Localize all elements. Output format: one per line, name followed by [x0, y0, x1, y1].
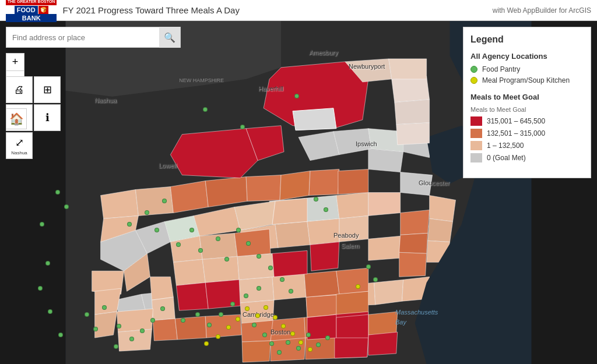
agency-dot-food-pantry — [230, 302, 235, 306]
app-header: THE GREATER BOSTON FOOD 🍞 BANK FY 2021 P… — [0, 0, 597, 21]
svg-marker-66 — [175, 316, 206, 340]
expand-button[interactable]: ⤢ Nashua — [6, 132, 33, 159]
agency-dot-food-pantry — [277, 350, 282, 355]
agency-dot-food-pantry — [289, 289, 293, 294]
logo: THE GREATER BOSTON FOOD 🍞 BANK — [6, 0, 57, 22]
home-button[interactable]: 🏠 — [6, 108, 27, 129]
svg-marker-90 — [392, 76, 430, 103]
svg-marker-62 — [269, 317, 305, 341]
agency-dot-meal-program — [308, 347, 312, 352]
zoom-in-button[interactable]: + — [6, 54, 24, 71]
svg-marker-54 — [280, 171, 310, 200]
agency-dot-meal-program — [264, 305, 268, 310]
agency-dot-food-pantry — [216, 236, 220, 241]
print-icon: 🖨 — [14, 84, 24, 96]
print-button[interactable]: 🖨 — [6, 76, 33, 103]
agency-dot-food-pantry — [246, 241, 251, 246]
agency-dot-meal-program — [204, 341, 209, 346]
legend-meals-section: Meals to Meet Goal Meals to Meet Goal 31… — [470, 93, 584, 162]
agency-dot-food-pantry — [325, 335, 330, 340]
svg-marker-9 — [368, 149, 403, 172]
agency-dot-food-pantry — [257, 254, 261, 259]
agency-dot-food-pantry — [150, 318, 155, 323]
svg-marker-82 — [310, 242, 339, 271]
agency-dot-meal-program — [298, 340, 303, 345]
food-pantry-dot — [470, 66, 477, 73]
svg-marker-34 — [135, 187, 173, 216]
svg-marker-56 — [338, 169, 368, 195]
meal-program-label: Meal Program/Soup Kitchen — [482, 76, 570, 84]
agency-dot-meal-program — [245, 306, 250, 311]
svg-marker-59 — [304, 271, 339, 297]
app-subtitle: with Web AppBuilder for ArcGIS — [493, 6, 591, 15]
svg-marker-40 — [95, 288, 121, 314]
agency-dot-food-pantry — [286, 340, 290, 345]
legend-meal-program: Meal Program/Soup Kitchen — [470, 76, 584, 84]
agency-dot-food-pantry — [85, 312, 89, 317]
agency-dot-food-pantry — [195, 312, 200, 317]
legend-title: Legend — [470, 34, 584, 45]
agency-dot-food-pantry — [296, 346, 301, 351]
svg-marker-10 — [401, 172, 433, 196]
agency-dot-food-pantry — [145, 210, 149, 215]
agency-dot-food-pantry — [219, 312, 223, 317]
info-button[interactable]: ℹ — [34, 104, 61, 131]
agency-dot-food-pantry — [316, 342, 321, 347]
agency-dot-food-pantry — [280, 277, 285, 282]
agency-dot-food-pantry — [48, 309, 52, 314]
agency-dot-food-pantry — [207, 323, 212, 327]
food-pantry-label: Food Pantry — [482, 65, 520, 73]
agency-dot-food-pantry — [102, 305, 107, 310]
agency-dot-food-pantry — [93, 327, 98, 331]
agency-dot-food-pantry — [198, 248, 203, 253]
agency-dot-food-pantry — [294, 94, 299, 98]
agency-dot-food-pantry — [154, 228, 159, 232]
page-title: FY 2021 Progress Toward Three Meals A Da… — [62, 5, 486, 15]
legend-range-1: 315,001 – 645,500 — [470, 116, 584, 126]
map-container[interactable]: NEW HAMPSHIRE Amesbury Newburyport Haver… — [0, 21, 597, 364]
agency-dot-food-pantry — [314, 197, 318, 202]
svg-marker-41 — [95, 312, 117, 338]
agency-dot-food-pantry — [306, 333, 311, 337]
svg-marker-57 — [234, 229, 271, 256]
agency-dot-food-pantry — [129, 337, 134, 341]
meal-program-dot — [470, 77, 477, 84]
legend-meals-heading: Meals to Meet Goal — [470, 93, 584, 101]
svg-marker-64 — [241, 320, 273, 342]
svg-marker-42 — [117, 309, 153, 332]
svg-marker-26 — [173, 259, 205, 285]
agency-dot-food-pantry — [114, 344, 118, 349]
agency-dot-food-pantry — [181, 318, 185, 323]
agency-dot-food-pantry — [140, 328, 145, 333]
svg-marker-30 — [368, 236, 401, 260]
svg-marker-85 — [335, 335, 368, 358]
agency-dot-food-pantry — [269, 341, 274, 346]
agency-dot-food-pantry — [257, 286, 261, 291]
range-2-label: 132,501 – 315,000 — [487, 129, 545, 137]
svg-marker-27 — [202, 256, 239, 282]
svg-marker-74 — [399, 233, 428, 253]
svg-marker-97 — [293, 108, 336, 130]
svg-marker-79 — [176, 282, 208, 310]
svg-marker-51 — [170, 181, 208, 213]
agency-dot-meal-program — [216, 334, 220, 339]
search-bar[interactable]: 🔍 — [6, 27, 181, 48]
agency-dot-food-pantry — [58, 333, 63, 337]
svg-marker-21 — [275, 221, 310, 248]
svg-marker-12 — [304, 195, 339, 221]
range-3-swatch — [470, 141, 482, 150]
search-button[interactable]: 🔍 — [159, 27, 180, 48]
basemap-button[interactable]: ⊞ — [34, 76, 61, 103]
svg-marker-87 — [336, 314, 368, 338]
agency-dot-food-pantry — [203, 107, 208, 112]
svg-marker-55 — [309, 169, 339, 196]
agency-dot-food-pantry — [162, 199, 167, 203]
range-1-label: 315,001 – 645,500 — [487, 117, 545, 125]
agency-dot-food-pantry — [38, 286, 43, 291]
search-input[interactable] — [6, 33, 159, 42]
agency-dot-meal-program — [255, 313, 260, 318]
svg-marker-81 — [272, 250, 307, 277]
agency-dot-food-pantry — [262, 333, 267, 337]
svg-marker-65 — [153, 319, 177, 341]
svg-text:NEW HAMPSHIRE: NEW HAMPSHIRE — [179, 77, 224, 83]
